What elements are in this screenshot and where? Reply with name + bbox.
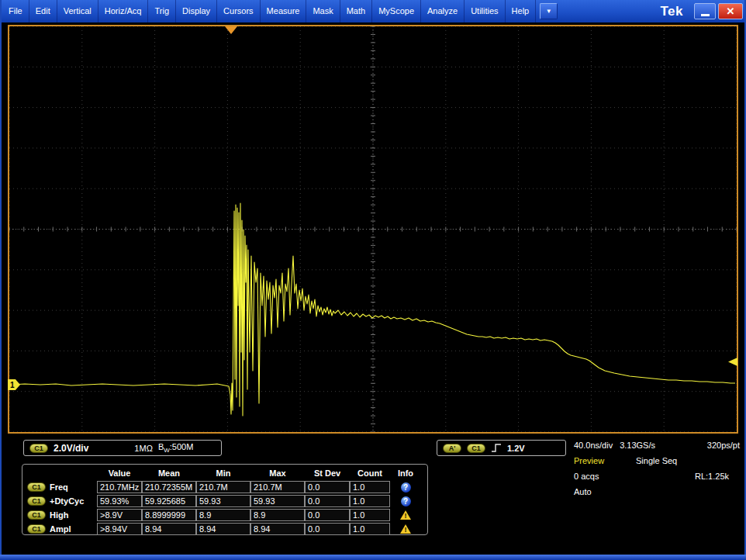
channel-scale: 2.0V/div	[54, 443, 88, 454]
measurement-count: 1.0	[350, 523, 390, 535]
channel-badge: C1	[27, 524, 46, 534]
measurement-mean: 210.72355M	[142, 481, 196, 493]
info-cell: ?	[390, 496, 421, 506]
column-header-mean: Mean	[142, 468, 196, 478]
measurement-stdev: 0.0	[305, 509, 350, 521]
measurement-min: 8.94	[196, 523, 250, 535]
menu-item-myscope[interactable]: MyScope	[372, 0, 421, 22]
question-icon[interactable]: ?	[401, 482, 411, 493]
trigger-source-badge: C1	[467, 444, 485, 453]
measurement-min: 59.93	[196, 495, 250, 507]
preview-status: Preview	[574, 456, 636, 465]
menu-item-mask[interactable]: Mask	[306, 0, 340, 22]
measurement-header-row: ValueMeanMinMaxSt DevCountInfo	[26, 465, 424, 480]
menu-item-math[interactable]: Math	[340, 0, 372, 22]
info-cell: !	[390, 524, 421, 534]
trigger-mode: Auto	[574, 487, 592, 496]
channel-badge: C1	[27, 510, 46, 520]
channel-bandwidth: BW:500M	[158, 442, 193, 454]
measurement-mean: 8.8999999	[142, 509, 196, 521]
tek-logo: Tek	[660, 4, 683, 19]
measurement-name: High	[50, 510, 68, 520]
oscilloscope-window: FileEditVerticalHoriz/AcqTrigDisplayCurs…	[0, 0, 746, 560]
trigger-readout[interactable]: A' C1 1.2V	[437, 440, 566, 456]
sample-rate: 3.13GS/s	[620, 441, 655, 450]
channel-badge: C1	[29, 444, 48, 453]
menu-item-analyze[interactable]: Analyze	[421, 0, 465, 22]
horizontal-readout: 40.0ns/div 3.13GS/s 320ps/pt Preview Sin…	[574, 437, 740, 500]
measurement-rows: C1Freq210.7MHz210.72355M210.7M210.7M0.01…	[26, 480, 424, 536]
minimize-icon	[701, 14, 710, 16]
measurement-row-dtycyc: C1+DtyCyc59.93%59.92568559.9359.930.01.0…	[26, 494, 424, 508]
column-header-stdev: St Dev	[305, 468, 350, 478]
acq-mode: Single Seq	[636, 456, 677, 465]
warning-icon[interactable]: !	[400, 524, 411, 534]
column-header-info: Info	[390, 468, 421, 478]
warning-icon[interactable]: !	[400, 510, 411, 520]
measurement-name-cell: C1Ampl	[26, 524, 97, 534]
measurement-row-high: C1High>8.9V8.89999998.98.90.01.0!	[26, 508, 424, 522]
acq-count: 0 acqs	[574, 472, 599, 481]
measurement-min: 8.9	[196, 509, 250, 521]
resolution: 320ps/pt	[707, 441, 740, 450]
menu-item-measure[interactable]: Measure	[261, 0, 307, 22]
measurement-value: >8.9V	[97, 509, 142, 521]
minimize-button[interactable]	[694, 3, 716, 19]
waveform-display: 1	[8, 25, 738, 434]
measurement-max: 8.94	[250, 523, 305, 535]
measurement-max: 59.93	[250, 495, 305, 507]
menu-item-utilities[interactable]: Utilities	[465, 0, 505, 22]
info-cell: ?	[390, 482, 421, 493]
measurement-count: 1.0	[350, 495, 390, 507]
menu-bar: FileEditVerticalHoriz/AcqTrigDisplayCurs…	[0, 0, 746, 22]
measurement-count: 1.0	[350, 481, 390, 493]
measurement-max: 210.7M	[250, 481, 305, 493]
close-icon: ✕	[727, 5, 735, 17]
measurement-row-ampl: C1Ampl>8.94V8.948.948.940.01.0!	[26, 522, 424, 536]
menu-item-vertical[interactable]: Vertical	[57, 0, 98, 22]
menu-item-file[interactable]: File	[2, 0, 29, 22]
column-header-min: Min	[196, 468, 250, 478]
measurement-row-freq: C1Freq210.7MHz210.72355M210.7M210.7M0.01…	[26, 480, 424, 494]
measurement-name-cell: C1Freq	[26, 482, 97, 492]
info-cell: !	[390, 510, 421, 520]
measurement-stdev: 0.0	[305, 495, 350, 507]
measurement-value: >8.94V	[97, 523, 142, 535]
menu-item-horizacq[interactable]: Horiz/Acq	[98, 0, 149, 22]
measurement-value: 210.7MHz	[97, 481, 142, 493]
menu-item-display[interactable]: Display	[176, 0, 217, 22]
timebase: 40.0ns/div	[574, 441, 613, 450]
column-header-count: Count	[350, 468, 390, 478]
channel-impedance: 1MΩ	[134, 444, 153, 453]
measurement-mean: 8.94	[142, 523, 196, 535]
question-icon[interactable]: ?	[401, 496, 411, 506]
measurement-table: ValueMeanMinMaxSt DevCountInfo C1Freq210…	[22, 464, 428, 535]
measurement-min: 210.7M	[196, 481, 250, 493]
window-bottom-frame	[0, 555, 746, 560]
channel-badge: C1	[27, 482, 46, 492]
menu-item-cursors[interactable]: Cursors	[217, 0, 261, 22]
measurement-value: 59.93%	[97, 495, 142, 507]
record-length: RL:1.25k	[695, 472, 729, 481]
measurement-mean: 59.925685	[142, 495, 196, 507]
measurement-name-cell: C1High	[26, 510, 97, 520]
column-header-value: Value	[97, 468, 142, 478]
close-button[interactable]: ✕	[718, 3, 743, 19]
measurement-name-cell: C1+DtyCyc	[26, 496, 97, 506]
trigger-position-marker[interactable]	[225, 26, 237, 34]
menu-dropdown-button[interactable]: ▼	[540, 3, 558, 19]
graticule	[9, 26, 737, 432]
measurement-count: 1.0	[350, 509, 390, 521]
measurement-name: +DtyCyc	[50, 496, 84, 506]
measurement-stdev: 0.0	[305, 481, 350, 493]
measurement-stdev: 0.0	[305, 523, 350, 535]
menu-item-edit[interactable]: Edit	[29, 0, 57, 22]
trigger-level: 1.2V	[507, 444, 525, 453]
channel-readout[interactable]: C1 2.0V/div 1MΩ BW:500M	[23, 440, 222, 456]
menu-item-trig[interactable]: Trig	[148, 0, 176, 22]
rising-slope-icon	[491, 443, 502, 453]
column-header-max: Max	[250, 468, 305, 478]
menu-item-help[interactable]: Help	[506, 0, 537, 22]
measurement-name: Freq	[50, 482, 68, 492]
channel-badge: C1	[27, 496, 46, 506]
